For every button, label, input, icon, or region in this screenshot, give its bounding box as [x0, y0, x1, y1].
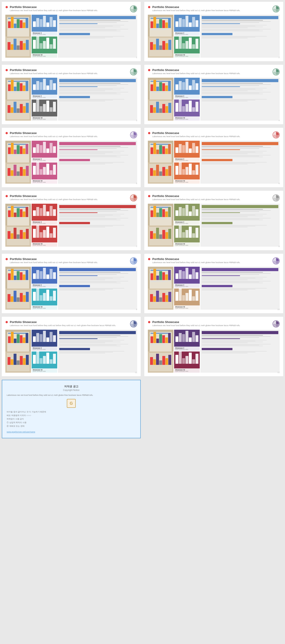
bot-mid-cell: Showcase 02 Synth showcase #002 — [174, 352, 200, 373]
portfolio-card-8: Portfolio Showcase Laboriosus nec level … — [144, 191, 283, 250]
doc-cell — [58, 141, 137, 184]
card-header: Portfolio Showcase Laboriosus nec level … — [5, 257, 137, 264]
card-number: 12 — [278, 371, 280, 374]
card-title: Portfolio Showcase — [152, 320, 240, 324]
bot-left-cell — [148, 288, 174, 310]
bot-left-cell — [148, 36, 174, 58]
svg-point-8 — [6, 132, 8, 134]
bot-left-cell — [5, 226, 31, 247]
bot-mid-cell: Showcase 02 Synth showcase #002 — [32, 352, 57, 373]
bot-left-cell — [5, 288, 31, 310]
image-mosaic: Showcase 0 Synth showcase #001 — [5, 141, 137, 184]
card-header: Portfolio Showcase Laboriosus nec level … — [148, 131, 280, 138]
footer-line: 허락없이 사용 금지 — [7, 418, 136, 420]
portfolio-card-9: Portfolio Showcase Laboriosus nec level … — [2, 254, 141, 313]
top-mid-cell: Showcase 0 Synth showcase #001 — [174, 330, 200, 351]
image-mosaic: Showcase 0 Synth showcase #001 — [5, 15, 137, 58]
card-logo — [272, 5, 280, 12]
card-icon — [148, 131, 150, 135]
doc-cell — [200, 330, 280, 373]
image-mosaic: Showcase 0 Synth showcase #001 — [148, 330, 280, 373]
card-logo — [130, 5, 137, 12]
top-mid-cell: Showcase 0 Synth showcase #001 — [174, 204, 200, 225]
card-icon — [148, 320, 150, 324]
card-logo — [130, 257, 137, 264]
card-icon — [148, 68, 150, 72]
card-subtitle: Laboriosus nec level trust fund before t… — [10, 198, 98, 201]
card-icon — [5, 131, 8, 135]
card-subtitle: Laboriosus nec level trust fund before t… — [10, 261, 98, 264]
card-logo — [272, 320, 280, 328]
top-mid-cell: Showcase 0 Synth showcase #001 — [32, 141, 57, 162]
portfolio-card-1: Portfolio Showcase Laboriosus nec level … — [2, 2, 141, 61]
image-mosaic: Showcase 0 Synth showcase #001 — [5, 204, 137, 247]
bot-left-cell — [148, 162, 174, 184]
footer-line: 배포 허용범위 이외의 ○○○○ — [7, 414, 136, 417]
svg-point-4 — [6, 69, 8, 71]
card-number: 2 — [278, 56, 280, 58]
image-mosaic: Showcase 0 Synth showcase #001 — [5, 267, 137, 310]
card-logo — [130, 131, 137, 138]
footer-spacer — [142, 378, 285, 440]
card-header-left: Portfolio Showcase Laboriosus nec level … — [148, 320, 240, 327]
card-subtitle: Laboriosus nec level trust fund before t… — [10, 135, 98, 138]
top-mid-cell: Showcase 0 Synth showcase #001 — [32, 15, 57, 36]
card-header-left: Portfolio Showcase Laboriosus nec level … — [148, 257, 240, 264]
card-title: Portfolio Showcase — [152, 68, 240, 72]
bot-mid-cell: Showcase 02 Synth showcase #002 — [174, 162, 200, 184]
card-logo — [130, 194, 137, 202]
card-logo — [272, 131, 280, 138]
card-subtitle: Laboriosus nec level trust fund before t… — [10, 9, 98, 12]
card-subtitle: Laboriosus nec level trust fund before t… — [152, 135, 240, 138]
card-subtitle: Laboriosus nec level trust fund before t… — [10, 324, 116, 327]
card-number: 11 — [135, 371, 137, 374]
top-mid-cell: Showcase 0 Synth showcase #001 — [174, 78, 200, 99]
card-subtitle: Laboriosus nec level trust fund before t… — [152, 72, 240, 75]
card-header: Portfolio Showcase Laboriosus nec level … — [5, 5, 137, 12]
card-logo — [272, 257, 280, 264]
card-header-left: Portfolio Showcase Laboriosus nec level … — [148, 131, 240, 138]
bot-mid-cell: Showcase 02 Synth showcase #002 — [174, 36, 200, 58]
card-icon — [148, 257, 150, 261]
svg-point-10 — [148, 132, 150, 134]
card-title: Portfolio Showcase — [152, 257, 240, 261]
image-mosaic: Showcase 0 Synth showcase #001 — [5, 78, 137, 121]
bot-mid-cell: Showcase 02 Synth showcase #002 — [32, 226, 57, 247]
card-header: Portfolio Showcase Laboriosus nec level … — [148, 68, 280, 76]
portfolio-card-7: Portfolio Showcase Laboriosus nec level … — [2, 191, 141, 250]
card-number: 8 — [278, 245, 280, 248]
card-number: 1 — [136, 56, 137, 58]
card-header-left: Portfolio Showcase Laboriosus nec level … — [5, 68, 98, 75]
top-mid-cell: Showcase 0 Synth showcase #001 — [32, 204, 57, 225]
card-title: Portfolio Showcase — [10, 131, 98, 135]
footer-subtitle: Copyright Notice — [7, 389, 136, 391]
card-logo — [272, 68, 280, 76]
bot-left-cell — [5, 352, 31, 373]
footer-logo: G — [67, 399, 76, 408]
card-header: Portfolio Showcase Laboriosus nec level … — [148, 5, 280, 12]
bot-mid-cell: Showcase 02 Synth showcase #002 — [174, 100, 200, 121]
card-logo — [130, 68, 137, 76]
portfolio-card-4: Portfolio Showcase Laboriosus nec level … — [144, 65, 283, 124]
footer-line: ② 재배포 또는 판매 — [7, 425, 136, 428]
card-number: 6 — [278, 182, 280, 184]
bot-mid-cell: Showcase 02 Synth showcase #002 — [32, 36, 57, 58]
portfolio-card-10: Portfolio Showcase Laboriosus nec level … — [144, 254, 283, 313]
svg-point-20 — [6, 321, 8, 323]
svg-point-16 — [6, 258, 8, 260]
svg-point-22 — [148, 321, 150, 323]
image-mosaic: Showcase 0 Synth showcase #001 — [148, 15, 280, 58]
doc-cell — [58, 267, 137, 310]
portfolio-card-3: Portfolio Showcase Laboriosus nec level … — [2, 65, 141, 124]
card-header: Portfolio Showcase Laboriosus nec level … — [5, 68, 137, 76]
card-header-left: Portfolio Showcase Laboriosus nec level … — [148, 5, 240, 12]
image-mosaic: Showcase 0 Synth showcase #001 — [5, 330, 137, 373]
card-number: 7 — [136, 245, 137, 248]
footer-link[interactable]: www.graphicriver.net/user/name — [7, 431, 35, 433]
top-mid-cell: Showcase 0 Synth showcase #001 — [32, 78, 57, 99]
svg-point-18 — [148, 258, 150, 260]
portfolio-card-6: Portfolio Showcase Laboriosus nec level … — [144, 128, 283, 187]
card-header: Portfolio Showcase Laboriosus nec level … — [148, 257, 280, 264]
card-title: Portfolio Showcase — [10, 5, 98, 9]
card-subtitle: Laboriosus nec level trust fund before t… — [152, 9, 240, 12]
